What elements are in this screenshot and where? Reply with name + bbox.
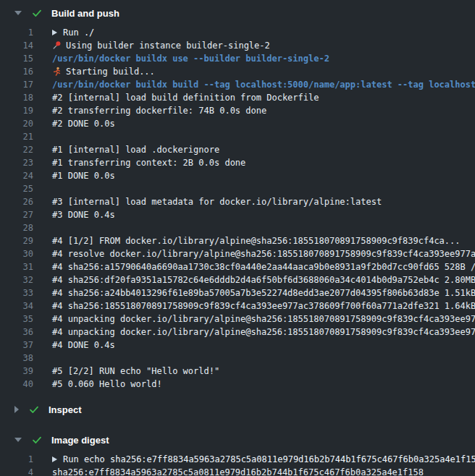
log-text: Run ./ [33,27,94,38]
line-number[interactable]: 35 [0,313,33,326]
section-header-build-and-push[interactable]: Build and push [0,0,475,26]
log-text-content: #5 0.060 Hello world! [52,379,162,389]
check-icon [31,434,43,446]
line-number[interactable]: 15 [0,52,33,65]
section-header-inspect[interactable]: Inspect [0,396,475,422]
log-line: 38 [0,352,475,365]
log-line: 35#4 unpacking docker.io/library/alpine@… [0,313,475,326]
line-number[interactable]: 39 [0,365,33,378]
log-line: 40#5 0.060 Hello world! [0,378,475,391]
line-number[interactable]: 38 [0,352,33,365]
line-number[interactable]: 29 [0,234,33,247]
log-text-content: #4 sha256:df20fa9351a15782c64e6dddb2d4a6… [52,275,475,285]
line-number[interactable]: 1 [0,26,33,39]
log-text: Starting build... [33,67,155,77]
section-title: Image digest [51,435,109,446]
log-text [33,353,52,363]
log-line: 27#3 DONE 0.4s [0,208,475,221]
log-line: 39#5 [2/2] RUN echo "Hello world!" [0,365,475,378]
chevron-right-icon[interactable] [14,406,19,413]
log-text: #4 DONE 0.4s [33,340,115,350]
log-text: #1 transferring context: 2B 0.0s done [33,158,245,168]
log-line: 19#2 transferring dockerfile: 74B 0.0s d… [0,104,475,117]
pushpin-icon [52,41,62,50]
log-text: #5 0.060 Hello world! [33,379,162,389]
log-line: 37#4 DONE 0.4s [0,339,475,352]
log-line: 22#1 [internal] load .dockerignore [0,143,475,156]
line-number[interactable]: 36 [0,326,33,339]
log-text: Run echo sha256:e7ff8834a5963a2785c5a081… [33,454,475,464]
line-number[interactable]: 30 [0,247,33,260]
line-number[interactable]: 4 [0,466,33,476]
line-number[interactable]: 19 [0,104,33,117]
line-number[interactable]: 23 [0,156,33,169]
line-number[interactable]: 18 [0,91,33,104]
line-number[interactable]: 1 [0,453,33,466]
log-text-content: #4 sha256:185518070891758909c9f839cf4ca3… [52,301,475,311]
log-text: #5 [2/2] RUN echo "Hello world!" [33,366,219,376]
log-line: 4sha256:e7ff8834a5963a2785c5a0811e979d16… [0,466,475,476]
section-title: Inspect [49,404,82,415]
log-line: 31#4 sha256:a15790640a6690aa1730c38cf0a4… [0,260,475,273]
play-icon[interactable] [52,30,57,35]
log-text: #4 [1/2] FROM docker.io/library/alpine@s… [33,236,461,246]
check-icon [28,404,40,415]
line-number[interactable]: 37 [0,339,33,352]
log-line: 24#1 DONE 0.0s [0,169,475,182]
log-text-content: #4 sha256:a15790640a6690aa1730c38cf0a440… [52,262,475,272]
line-number[interactable]: 20 [0,117,33,130]
line-number[interactable]: 21 [0,130,33,143]
log-text: sha256:e7ff8834a5963a2785c5a0811e979d16b… [33,467,424,476]
log-line: 20#2 DONE 0.0s [0,117,475,130]
log-line: 14Using builder instance builder-single-… [0,39,475,52]
line-number[interactable]: 24 [0,169,33,182]
log-text: /usr/bin/docker buildx use --builder bui… [33,54,329,64]
chevron-down-icon[interactable] [14,11,22,15]
log-line: 33#4 sha256:a24bb4013296f61e89ba57005a7b… [0,286,475,299]
line-number[interactable]: 16 [0,65,33,78]
log-section-inspect: Inspect [0,396,475,422]
log-text: #4 unpacking docker.io/library/alpine@sh… [33,327,475,337]
log-text: #3 [internal] load metadata for docker.i… [33,197,382,207]
log-text-content: #3 [internal] load metadata for docker.i… [52,197,382,207]
log-line: 29#4 [1/2] FROM docker.io/library/alpine… [0,234,475,247]
log-text-content: #1 transferring context: 2B 0.0s done [52,158,245,168]
line-number[interactable]: 22 [0,143,33,156]
log-text-content: #2 DONE 0.0s [52,119,115,129]
log-text-content: /usr/bin/docker buildx use --builder bui… [52,54,329,64]
section-header-image-digest[interactable]: Image digest [0,427,475,453]
log-text-content: #4 resolve docker.io/library/alpine@sha2… [52,249,475,259]
line-number[interactable]: 25 [0,182,33,195]
line-number[interactable]: 31 [0,260,33,273]
line-number[interactable]: 17 [0,78,33,91]
chevron-down-icon[interactable] [14,438,22,442]
log-text: #4 resolve docker.io/library/alpine@sha2… [33,249,475,259]
line-number[interactable]: 27 [0,208,33,221]
log-text: /usr/bin/docker buildx build --tag local… [33,80,475,90]
log-text: #4 sha256:a24bb4013296f61e89ba57005a7b3e… [33,288,475,298]
log-text-content: #4 DONE 0.4s [52,340,115,350]
log-text-content: #4 [1/2] FROM docker.io/library/alpine@s… [52,236,461,246]
log-line: 25 [0,182,475,195]
play-icon[interactable] [52,456,57,462]
log-text-content: Using builder instance builder-single-2 [66,41,270,51]
log-text-content: sha256:e7ff8834a5963a2785c5a0811e979d16b… [52,467,424,476]
line-number[interactable]: 40 [0,378,33,391]
line-number[interactable]: 28 [0,221,33,234]
log-line: 30#4 resolve docker.io/library/alpine@sh… [0,247,475,260]
section-title: Build and push [51,8,119,19]
log-line: 1Run ./ [0,26,475,39]
log-text: #4 unpacking docker.io/library/alpine@sh… [33,314,475,324]
line-number[interactable]: 34 [0,299,33,313]
line-number[interactable]: 32 [0,273,33,286]
log-section-build-and-push: Build and push1Run ./14Using builder ins… [0,0,475,395]
line-number[interactable]: 26 [0,195,33,208]
log-line: 15/usr/bin/docker buildx use --builder b… [0,52,475,65]
log-text [33,132,52,142]
line-number[interactable]: 33 [0,286,33,299]
log-text-content: #3 DONE 0.4s [52,210,115,220]
log-text: Using builder instance builder-single-2 [33,41,270,51]
section-log-lines: 1Run echo sha256:e7ff8834a5963a2785c5a08… [0,453,475,476]
log-text-content: #2 transferring dockerfile: 74B 0.0s don… [52,106,266,116]
line-number[interactable]: 14 [0,39,33,52]
